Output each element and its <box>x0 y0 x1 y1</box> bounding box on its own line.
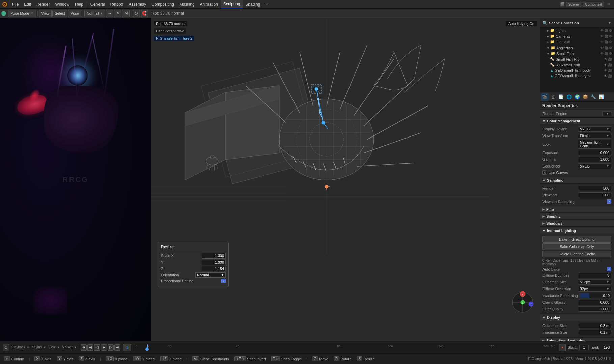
prop-tab-render[interactable]: 🎬 <box>541 93 549 101</box>
playback-menu[interactable]: Playback ▼ <box>11 345 30 349</box>
view-btn[interactable]: View <box>39 10 52 17</box>
orientation-dropdown-modal[interactable]: Normal ▼ <box>195 272 226 278</box>
sampling-header[interactable]: ▼ Sampling <box>540 177 614 184</box>
end-frame[interactable]: 198 <box>602 345 611 350</box>
status-snap-invert[interactable]: ⇧Tab Snap Invert <box>233 356 267 361</box>
rotate-icon[interactable]: ↻ <box>114 10 121 17</box>
menu-file[interactable]: File <box>9 0 21 8</box>
workspace-animation[interactable]: Animation <box>197 0 221 8</box>
workspace-retopo[interactable]: Retopo <box>107 0 126 8</box>
select-btn[interactable]: Select <box>52 10 67 17</box>
orientation-dropdown[interactable]: Normal ▼ <box>84 10 105 17</box>
diffuse-bounces-value[interactable]: 3 <box>578 273 611 278</box>
grab-icon[interactable]: ↔ <box>106 10 113 17</box>
sss-header[interactable]: ▶ Subsurface Scattering <box>540 337 614 341</box>
workspace-compositing[interactable]: Compositing <box>149 0 177 8</box>
play-btn[interactable]: ▶ <box>101 344 107 351</box>
prop-tab-data[interactable]: 📊 <box>598 93 605 101</box>
jump-start-btn[interactable]: ⏮ <box>81 344 87 351</box>
irradiance-size-value[interactable]: 0.1 m <box>578 330 611 335</box>
viewport-denoising-checkbox[interactable]: ✓ <box>607 199 611 204</box>
prop-tab-scene[interactable]: 🌐 <box>565 93 573 101</box>
menu-edit[interactable]: Edit <box>21 0 34 8</box>
auto-bake-checkbox[interactable]: ✓ <box>607 267 611 271</box>
snap-icon[interactable]: 🧲 <box>141 10 148 17</box>
outliner-item-geo-eyes[interactable]: ▲ GEO-small_fish_eyes 👁🎥 <box>540 73 614 79</box>
scale-y-value[interactable]: 1.000 <box>202 260 226 265</box>
prop-tab-object[interactable]: 📦 <box>582 93 589 101</box>
menu-render[interactable]: Render <box>34 0 52 8</box>
delete-cache-btn[interactable]: Delete Lighting Cache <box>542 251 611 257</box>
status-move[interactable]: G Move <box>311 356 330 361</box>
workspace-general[interactable]: General <box>88 0 108 8</box>
workspace-masking[interactable]: Masking <box>177 0 197 8</box>
timeline-mode-icon[interactable]: ⏱ <box>3 344 9 351</box>
display-cubemap-value[interactable]: 0.3 m <box>578 323 611 328</box>
outliner-item-rig-small-fish[interactable]: 🦴 Small Fish Rig 👁🎥 <box>540 56 614 62</box>
prop-tab-output[interactable]: 🖨 <box>549 93 557 101</box>
sequencer-dropdown[interactable]: sRGB ▼ <box>578 163 611 169</box>
timeline-track-area[interactable]: 0 5 10 40 80 100 140 160 200 240 <box>134 344 557 351</box>
status-confirm[interactable]: ↵ Confirm <box>3 356 26 361</box>
workspace-assembly[interactable]: Assembly <box>126 0 149 8</box>
cubemap-size-dropdown[interactable]: 512px ▼ <box>578 279 611 285</box>
center-viewport[interactable]: Rot: 33.70 normal User Perspective RIG-a… <box>151 18 540 341</box>
current-frame-input[interactable]: 5 <box>123 344 131 351</box>
bake-cubemap-btn[interactable]: Bake Cubemap Only <box>542 243 611 250</box>
scale-icon[interactable]: ⇲ <box>122 10 130 17</box>
status-y-plane[interactable]: ⇧Y Y plane <box>132 356 156 361</box>
prev-frame-btn[interactable]: ◀ <box>87 344 93 351</box>
scale-x-value[interactable]: 1.000 <box>202 253 226 259</box>
outliner-item-geo-body[interactable]: ▲ GEO-small_fish_body 👁🎥 <box>540 68 614 73</box>
outliner-item-rig-small-fish-2[interactable]: 🦴 RIG-small_fish 👁🎥 <box>540 62 614 68</box>
outliner-item-small-fish[interactable]: ▼ 📁 Small Fish 👁🎥⚙ <box>540 51 614 56</box>
status-x-plane[interactable]: ⇧X X plane <box>104 356 129 361</box>
keying-menu[interactable]: Keying ▼ <box>32 345 47 349</box>
render-samples-value[interactable]: 500 <box>578 186 611 191</box>
pose-mode-dropdown[interactable]: Pose Mode ▼ <box>8 10 36 17</box>
proportional-icon[interactable]: ◎ <box>133 10 140 17</box>
clamp-glossy-value[interactable]: 0.000 <box>578 300 611 305</box>
header-close[interactable]: ✕ <box>606 2 611 6</box>
view-menu[interactable]: View ▼ <box>48 345 60 349</box>
outliner-item-lights[interactable]: ▶ 📁 Lights 👁🎥⚙ <box>540 28 614 33</box>
diffuse-occlusion-dropdown[interactable]: 32px ▼ <box>578 286 611 292</box>
outliner-item-anglerfish[interactable]: ▼ 📁 Anglerfish 👁🎥⚙ <box>540 45 614 51</box>
simplify-header[interactable]: ▶ Simplify <box>540 213 614 220</box>
scale-z-value[interactable]: 1.154 <box>202 266 226 271</box>
viewport-samples-value[interactable]: 200 <box>578 192 611 198</box>
next-frame-btn[interactable]: ▷ <box>108 344 114 351</box>
status-x-axis[interactable]: X X axis <box>33 356 53 361</box>
view-transform-dropdown[interactable]: Filmic ▼ <box>578 133 611 139</box>
display-header[interactable]: ▼ Display <box>540 314 614 321</box>
irradiance-smoothing-bar[interactable]: 0.10 <box>580 293 611 298</box>
outliner-item-cameras[interactable]: ▶ 📁 Cameras 👁🎥⚙ <box>540 33 614 39</box>
workspace-sculpting[interactable]: Sculpting <box>221 0 243 8</box>
status-snap-toggle[interactable]: Tab Snap Toggle <box>270 356 303 361</box>
render-engine-dropdown[interactable]: ▼ <box>602 111 611 116</box>
menu-window[interactable]: Window <box>52 0 72 8</box>
bake-indirect-btn[interactable]: Bake Indirect Lighting <box>542 236 611 243</box>
exposure-value[interactable]: 0.000 <box>578 150 611 155</box>
color-management-header[interactable]: ▼ Color Management <box>540 118 614 124</box>
pose-btn[interactable]: Pose <box>68 10 81 17</box>
status-rotate[interactable]: R Rotate <box>332 356 353 361</box>
shadows-header[interactable]: ▶ Shadows <box>540 220 614 227</box>
display-device-dropdown[interactable]: sRGB ▼ <box>578 126 611 132</box>
viewport-gizmo[interactable]: Y X Z <box>511 291 534 314</box>
play-back-btn[interactable]: ◁ <box>94 344 100 351</box>
menu-help[interactable]: Help <box>72 0 86 8</box>
status-clear-constraints[interactable]: Alt Clear Constraints <box>191 356 230 361</box>
status-y-axis[interactable]: Y Y axis <box>55 356 75 361</box>
outliner-filter-icon[interactable]: ▼ <box>608 21 611 25</box>
prop-tab-world[interactable]: 🌍 <box>574 93 581 101</box>
prop-tab-modifier[interactable]: 🔧 <box>590 93 597 101</box>
prop-tab-view[interactable]: 📑 <box>557 93 565 101</box>
workspace-shading[interactable]: Shading <box>243 0 263 8</box>
auto-key-icon[interactable]: ● <box>559 344 566 351</box>
use-curves-checkbox[interactable]: ✕ <box>542 170 547 175</box>
prop-editing-checkbox[interactable]: ✓ <box>221 279 226 283</box>
look-dropdown[interactable]: Medium High Contr. ▼ <box>578 140 611 149</box>
status-z-axis[interactable]: Z Z axis <box>77 356 96 361</box>
outliner-item-old-stuff[interactable]: ▶ 📁 Old Stuff 👁🎥⚙ <box>540 39 614 45</box>
